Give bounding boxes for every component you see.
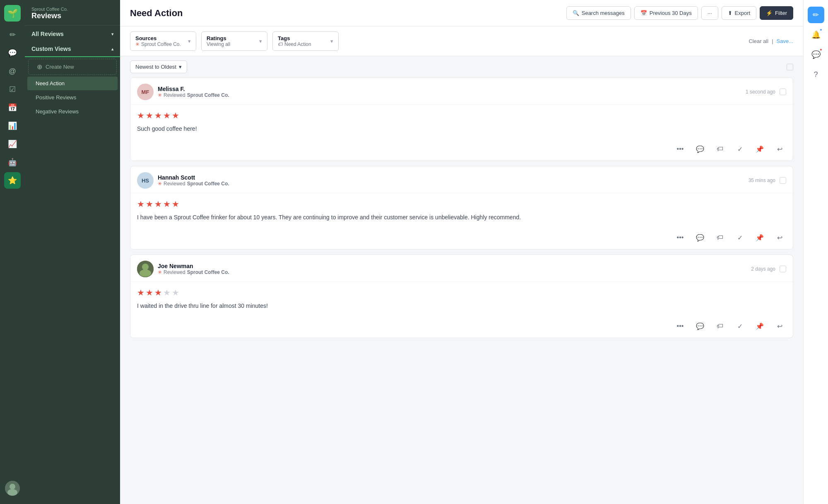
review-more-btn-2[interactable]: ••• — [674, 231, 687, 244]
review-meta-2: 35 mins ago — [749, 177, 786, 184]
review-card-3: Joe Newman ✳ Reviewed Sprout Coffee Co. … — [130, 254, 793, 338]
reviewer-details-2: Hannah Scott ✳ Reviewed Sprout Coffee Co… — [158, 174, 229, 187]
nav-bot-icon[interactable]: 🤖 — [4, 154, 21, 170]
reviewer-info-1: MF Melissa F. ✳ Reviewed Sprout Coffee C… — [137, 84, 229, 100]
star-3-3: ★ — [154, 288, 162, 298]
source-icon-3: ✳ — [158, 269, 162, 275]
nav-reports-icon[interactable]: 📈 — [4, 136, 21, 152]
tags-chevron-icon: ▾ — [330, 38, 333, 44]
sources-filter-label: Sources — [135, 35, 181, 41]
review-stars-3: ★★★★★ — [137, 288, 786, 298]
filter-actions: Clear all | Save... — [749, 38, 793, 44]
feedback-button[interactable]: 💬 — [808, 46, 824, 63]
positive-reviews-label: Positive Reviews — [36, 94, 76, 101]
star-1-1: ★ — [137, 110, 144, 120]
nav-mentions-icon[interactable]: @ — [4, 63, 21, 79]
clear-all-link[interactable]: Clear all — [749, 38, 768, 44]
review-card-1: MF Melissa F. ✳ Reviewed Sprout Coffee C… — [130, 77, 793, 161]
sort-dropdown[interactable]: Newest to Oldest ▾ — [130, 60, 187, 73]
create-new-button[interactable]: ⊕ Create New — [28, 59, 117, 75]
more-button[interactable]: ··· — [701, 6, 718, 20]
sidebar-item-negative-reviews[interactable]: Negative Reviews — [27, 105, 118, 118]
review-reply-btn-3[interactable]: 💬 — [693, 319, 707, 333]
review-undo-btn-3[interactable]: ↩ — [773, 319, 786, 333]
right-panel: ✏ 🔔 💬 ? — [803, 0, 828, 504]
date-range-button[interactable]: 📅 Previous 30 Days — [634, 6, 698, 20]
review-pin-btn-3[interactable]: 📌 — [753, 319, 766, 333]
review-tag-btn-1[interactable]: 🏷 — [713, 142, 727, 156]
review-checkbox-2[interactable] — [780, 177, 786, 184]
reviewer-avatar-1: MF — [137, 84, 154, 100]
review-header-3: Joe Newman ✳ Reviewed Sprout Coffee Co. … — [130, 255, 793, 282]
svg-point-2 — [7, 489, 17, 496]
sources-filter[interactable]: Sources ✳ Sprout Coffee Co. ▾ — [130, 31, 196, 51]
review-more-btn-3[interactable]: ••• — [674, 319, 687, 333]
review-tag-btn-3[interactable]: 🏷 — [713, 319, 727, 333]
tags-filter-value: 🏷 Need Action — [278, 41, 311, 47]
reviews-list: MF Melissa F. ✳ Reviewed Sprout Coffee C… — [120, 77, 803, 504]
review-pin-btn-1[interactable]: 📌 — [753, 142, 766, 156]
user-avatar[interactable] — [5, 481, 20, 496]
reviewer-details-3: Joe Newman ✳ Reviewed Sprout Coffee Co. — [158, 263, 229, 275]
filter-label: Filter — [775, 10, 787, 16]
all-reviews-label: All Reviews — [31, 31, 64, 37]
reviewer-info-2: HS Hannah Scott ✳ Reviewed Sprout Coffee… — [137, 172, 229, 189]
sort-chevron-icon: ▾ — [179, 64, 182, 70]
ratings-filter[interactable]: Ratings Viewing all ▾ — [201, 31, 267, 51]
sidebar: Sprout Coffee Co. Reviews All Reviews ▾ … — [25, 0, 120, 504]
reviewer-name-1: Melissa F. — [158, 86, 229, 92]
sidebar-item-positive-reviews[interactable]: Positive Reviews — [27, 91, 118, 104]
search-label: Search messages — [582, 10, 625, 16]
sources-chevron-icon: ▾ — [188, 38, 191, 44]
nav-tasks-icon[interactable]: ☑ — [4, 81, 21, 98]
search-button[interactable]: 🔍 Search messages — [566, 6, 631, 20]
compose-action-button[interactable]: ✏ — [808, 7, 824, 23]
review-actions-2: ••• 💬 🏷 ✓ 📌 ↩ — [130, 228, 793, 249]
nav-inbox-icon[interactable]: 💬 — [4, 45, 21, 61]
app-logo: 🌱 — [4, 5, 21, 22]
export-button[interactable]: ⬆ Export — [722, 6, 757, 20]
all-reviews-toggle[interactable]: All Reviews ▾ — [25, 26, 120, 41]
tags-filter[interactable]: Tags 🏷 Need Action ▾ — [272, 31, 339, 51]
review-header-1: MF Melissa F. ✳ Reviewed Sprout Coffee C… — [130, 78, 793, 105]
reviewer-name-3: Joe Newman — [158, 263, 229, 269]
review-meta-3: 2 days ago — [751, 266, 786, 272]
review-checkbox-3[interactable] — [780, 266, 786, 272]
review-undo-btn-2[interactable]: ↩ — [773, 231, 786, 244]
review-actions-1: ••• 💬 🏷 ✓ 📌 ↩ — [130, 139, 793, 161]
review-tag-btn-2[interactable]: 🏷 — [713, 231, 727, 244]
filter-button[interactable]: ⚡ Filter — [760, 6, 793, 20]
nav-analytics-icon[interactable]: 📊 — [4, 118, 21, 134]
review-resolve-btn-2[interactable]: ✓ — [733, 231, 746, 244]
ratings-filter-value: Viewing all — [207, 41, 230, 47]
custom-views-toggle[interactable]: Custom Views ▴ — [25, 41, 120, 57]
notifications-button[interactable]: 🔔 — [808, 26, 824, 43]
review-undo-btn-1[interactable]: ↩ — [773, 142, 786, 156]
help-button[interactable]: ? — [808, 66, 824, 83]
review-resolve-btn-1[interactable]: ✓ — [733, 142, 746, 156]
review-pin-btn-2[interactable]: 📌 — [753, 231, 766, 244]
sidebar-item-need-action[interactable]: Need Action — [27, 77, 118, 90]
nav-reviews-icon[interactable]: ⭐ — [4, 172, 21, 189]
sort-bar: Newest to Oldest ▾ — [120, 56, 803, 77]
review-reply-btn-1[interactable]: 💬 — [693, 142, 707, 156]
more-icon: ··· — [708, 10, 712, 16]
review-resolve-btn-3[interactable]: ✓ — [733, 319, 746, 333]
review-actions-3: ••• 💬 🏷 ✓ 📌 ↩ — [130, 316, 793, 338]
reviewer-details-1: Melissa F. ✳ Reviewed Sprout Coffee Co. — [158, 86, 229, 98]
icon-bar: 🌱 ✏ 💬 @ ☑ 📅 📊 📈 🤖 ⭐ — [0, 0, 25, 504]
review-text-2: I have been a Sprout Coffee frinker for … — [137, 213, 786, 222]
review-checkbox-1[interactable] — [780, 89, 786, 95]
star-2-2: ★ — [146, 199, 153, 209]
select-all-checkbox[interactable] — [787, 64, 793, 70]
nav-compose-icon[interactable]: ✏ — [4, 26, 21, 43]
review-reply-btn-2[interactable]: 💬 — [693, 231, 707, 244]
feedback-badge — [819, 48, 823, 51]
star-2-5: ★ — [172, 199, 179, 209]
export-icon: ⬆ — [728, 10, 732, 16]
review-more-btn-1[interactable]: ••• — [674, 142, 687, 156]
nav-publish-icon[interactable]: 📅 — [4, 99, 21, 116]
page-title: Need Action — [130, 8, 183, 19]
review-text-3: I waited in the drive thru line for almo… — [137, 302, 786, 310]
save-link[interactable]: Save... — [777, 38, 793, 44]
